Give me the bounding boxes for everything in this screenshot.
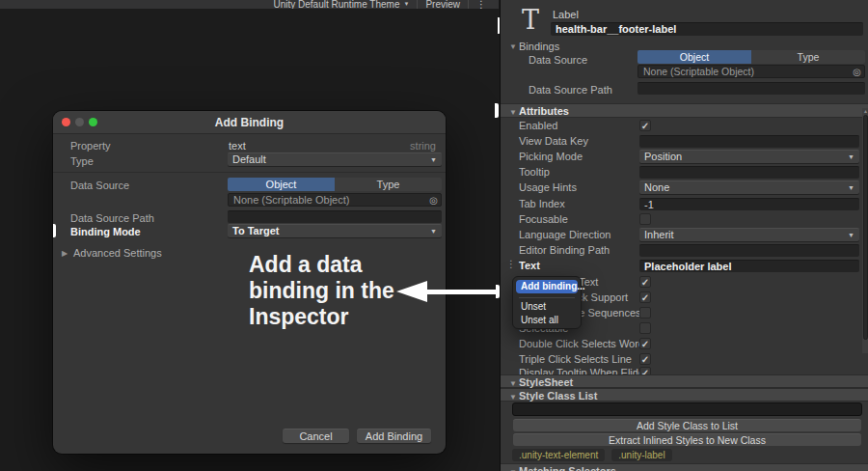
style-class-tags: .unity-text-element .unity-label — [512, 449, 672, 461]
matching-selectors-header[interactable]: ▼ Matching Selectors — [501, 463, 868, 471]
tooltip-field[interactable] — [639, 166, 859, 179]
view-data-key-field[interactable] — [639, 135, 859, 148]
extract-inlined-styles-button[interactable]: Extract Inlined Styles to New Class — [513, 433, 861, 446]
add-style-class-button[interactable]: Add Style Class to List — [513, 419, 861, 431]
type-label: Type — [70, 155, 94, 167]
property-value: text — [229, 140, 246, 152]
menu-item-unset[interactable]: Unset — [516, 300, 578, 313]
style-class-input[interactable] — [512, 402, 862, 416]
attr-row-enabled: Enabled ✓ — [501, 120, 868, 133]
double-click-checkbox[interactable]: ✓ — [639, 338, 651, 349]
dialog-divider — [53, 172, 446, 173]
bindings-foldout[interactable]: Bindings — [519, 41, 559, 52]
tab-index-field[interactable]: -1 — [639, 198, 859, 210]
data-source-tabs: Object Type — [637, 50, 865, 64]
menu-item-add-binding[interactable]: Add binding... — [516, 280, 578, 293]
tab-type[interactable]: Type — [335, 178, 442, 191]
unity-editor-screenshot: Unity Default Runtime Theme ▼ Preview ⋮ … — [0, 0, 868, 471]
editor-binding-path-field[interactable] — [639, 244, 859, 257]
attr-row-view-data-key: View Data Key — [501, 135, 868, 149]
parse-escape-checkbox[interactable] — [639, 307, 651, 319]
property-label: Property — [70, 140, 111, 152]
language-direction-dropdown[interactable]: Inherit ▼ — [639, 228, 859, 241]
foldout-open-icon: ▼ — [509, 393, 517, 402]
emoji-fallback-checkbox[interactable]: ✓ — [639, 291, 651, 303]
scroll-up-icon[interactable]: ▲ — [863, 108, 868, 114]
chevron-down-icon: ▼ — [848, 153, 854, 161]
object-picker-icon[interactable]: ◎ — [853, 66, 861, 78]
binding-mode-dropdown[interactable]: To Target ▼ — [228, 224, 442, 237]
attr-row-focusable: Focusable — [501, 213, 868, 227]
binding-mode-label: Binding Mode — [70, 226, 141, 237]
attr-row-tab-index: Tab Index -1 — [501, 198, 868, 211]
theme-selector[interactable]: Unity Default Runtime Theme ▼ — [265, 0, 417, 9]
attr-row-triple-click-selects-line: Triple Click Selects Line ✓ — [501, 353, 868, 367]
annotation-arrow-tail — [425, 290, 498, 294]
attr-row-usage-hints: Usage Hints None ▼ — [501, 181, 868, 195]
preview-button[interactable]: Preview — [418, 0, 468, 9]
annotation-arrow-head — [396, 281, 427, 302]
data-source-path-label: Data Source Path — [70, 212, 154, 224]
ui-builder-toolbar: Unity Default Runtime Theme ▼ Preview ⋮ — [0, 0, 499, 9]
foldout-open-icon[interactable]: ▼ — [509, 42, 517, 51]
data-source-object-field[interactable]: None (Scriptable Object) ◎ — [228, 193, 442, 207]
inspector-panel: T Label health-bar__footer-label ▼ Bindi… — [500, 0, 868, 471]
chevron-down-icon: ▼ — [430, 156, 437, 164]
attr-row-tooltip: Tooltip — [501, 166, 868, 180]
data-source-label: Data Source — [70, 180, 129, 191]
dialog-title: Add Binding — [53, 116, 446, 129]
annotation-text: Add a data binding in the Inspector — [249, 252, 394, 330]
tab-object[interactable]: Object — [228, 178, 335, 191]
data-source-label: Data Source — [529, 54, 587, 66]
chevron-down-icon: ▼ — [848, 184, 854, 192]
object-picker-icon[interactable]: ◎ — [429, 194, 438, 207]
enable-rich-text-checkbox[interactable]: ✓ — [639, 276, 651, 288]
chevron-down-icon: ▼ — [848, 232, 854, 239]
dialog-titlebar[interactable]: Add Binding — [53, 111, 446, 134]
attr-row-language-direction: Language Direction Inherit ▼ — [501, 229, 868, 242]
chevron-down-icon: ▼ — [430, 228, 437, 236]
scrollbar-thumb[interactable] — [863, 115, 868, 340]
triple-click-checkbox[interactable]: ✓ — [639, 353, 651, 365]
modified-indicator — [495, 103, 499, 118]
label-element-icon: T — [516, 5, 545, 36]
attr-row-text: ⋮ Text Placeholder label — [501, 260, 868, 273]
data-source-tabs: Object Type — [228, 178, 442, 191]
style-class-tag[interactable]: .unity-label — [611, 449, 671, 461]
style-class-tag[interactable]: .unity-text-element — [512, 449, 605, 461]
selectable-checkbox[interactable] — [639, 322, 651, 334]
add-binding-button[interactable]: Add Binding — [357, 429, 431, 443]
modified-indicator — [53, 224, 56, 237]
data-source-path-label: Data Source Path — [529, 84, 612, 96]
property-type: string — [410, 140, 436, 152]
data-source-path-field[interactable] — [228, 210, 442, 223]
type-dropdown[interactable]: Default ▼ — [228, 152, 442, 166]
attributes-header[interactable]: ▼ Attributes — [501, 103, 868, 118]
tab-type[interactable]: Type — [751, 50, 865, 64]
chevron-down-icon: ▼ — [403, 1, 409, 7]
text-field[interactable]: Placeholder label — [639, 260, 859, 272]
stylesheet-header[interactable]: ▼ StyleSheet — [501, 374, 868, 388]
usage-hints-dropdown[interactable]: None ▼ — [639, 180, 859, 194]
advanced-settings-foldout[interactable]: Advanced Settings — [73, 247, 162, 259]
menu-item-unset-all[interactable]: Unset all — [516, 314, 578, 326]
menu-divider — [519, 297, 575, 298]
attr-row-picking-mode: Picking Mode Position ▼ — [501, 151, 868, 164]
picking-mode-dropdown[interactable]: Position ▼ — [639, 150, 859, 163]
element-name-field[interactable]: health-bar__footer-label — [551, 22, 863, 36]
drag-handle-icon[interactable]: ⋮ — [506, 259, 516, 269]
tab-object[interactable]: Object — [637, 50, 751, 64]
attr-row-editor-binding-path: Editor Binding Path — [501, 244, 868, 258]
data-source-path-field[interactable] — [637, 82, 865, 95]
focusable-checkbox[interactable] — [639, 213, 651, 225]
foldout-closed-icon[interactable]: ▶ — [62, 249, 68, 258]
foldout-open-icon: ▼ — [509, 108, 517, 117]
overflow-menu-icon[interactable]: ⋮ — [469, 0, 494, 9]
theme-selector-label: Unity Default Runtime Theme — [273, 0, 399, 9]
enabled-checkbox[interactable]: ✓ — [639, 120, 651, 131]
cancel-button[interactable]: Cancel — [283, 429, 349, 443]
style-class-list-header[interactable]: ▼ Style Class List — [501, 388, 868, 402]
context-menu: Add binding... Unset Unset all — [512, 276, 582, 329]
data-source-object-field[interactable]: None (Scriptable Object) ◎ — [637, 65, 865, 78]
foldout-open-icon: ▼ — [509, 379, 517, 388]
